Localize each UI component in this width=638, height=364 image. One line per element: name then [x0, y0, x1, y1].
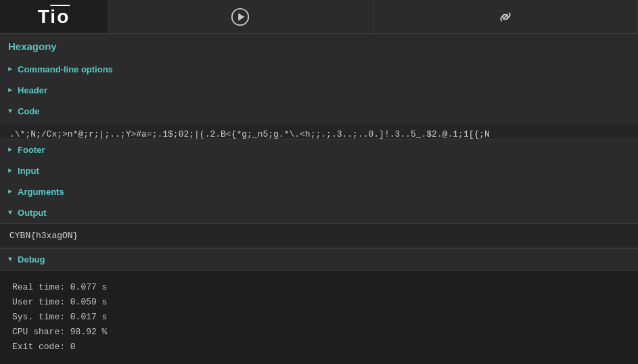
output-content: CYBN{h3xagON}	[0, 223, 638, 248]
header-label: Header	[18, 85, 47, 95]
top-bar: Tio	[0, 0, 638, 34]
output-label: Output	[18, 208, 47, 218]
commandline-label: Command-line options	[18, 64, 113, 74]
expanded-triangle-code: ▼	[8, 108, 12, 115]
input-label: Input	[18, 166, 39, 176]
debug-line-2: User time: 0.059 s	[12, 295, 626, 310]
expanded-triangle-output: ▼	[8, 209, 12, 217]
collapsed-triangle-arguments: ►	[8, 188, 12, 196]
code-content[interactable]: .\*;N;/Cx;>n*@;r;|;..;Y>#a=;.1$;02;|(.2.…	[0, 122, 638, 139]
code-section-header[interactable]: ▼ Code	[0, 101, 638, 122]
expanded-triangle-debug: ▼	[8, 256, 12, 263]
language-title: Hexagony	[0, 34, 638, 59]
output-section-header[interactable]: ▼ Output	[0, 202, 638, 223]
debug-section-header[interactable]: ▼ Debug	[0, 248, 638, 270]
debug-label: Debug	[18, 254, 45, 265]
footer-section-header[interactable]: ► Footer	[0, 139, 638, 160]
arguments-section-header[interactable]: ► Arguments	[0, 181, 638, 202]
header-section-header[interactable]: ► Header	[0, 80, 638, 101]
run-button[interactable]	[108, 0, 373, 33]
footer-label: Footer	[18, 145, 45, 155]
debug-line-1: Real time: 0.077 s	[12, 280, 626, 295]
logo-area: Tio	[0, 0, 108, 33]
link-button[interactable]	[373, 0, 639, 33]
collapsed-triangle-commandline: ►	[8, 66, 12, 73]
logo: Tio	[38, 6, 70, 28]
code-label: Code	[18, 106, 40, 116]
arguments-label: Arguments	[18, 187, 64, 197]
collapsed-triangle-header: ►	[8, 87, 12, 94]
svg-marker-1	[238, 13, 244, 20]
input-section-header[interactable]: ► Input	[0, 160, 638, 181]
collapsed-triangle-footer: ►	[8, 146, 12, 154]
debug-line-4: CPU share: 98.92 %	[12, 325, 626, 340]
debug-line-5: Exit code: 0	[12, 340, 626, 355]
link-icon	[495, 7, 516, 27]
play-icon	[230, 7, 250, 27]
commandline-section-header[interactable]: ► Command-line options	[0, 59, 638, 80]
debug-line-3: Sys. time: 0.017 s	[12, 310, 626, 325]
debug-content: Real time: 0.077 s User time: 0.059 s Sy…	[0, 270, 638, 364]
collapsed-triangle-input: ►	[8, 167, 12, 175]
main-content: Hexagony ► Command-line options ► Header…	[0, 34, 638, 364]
